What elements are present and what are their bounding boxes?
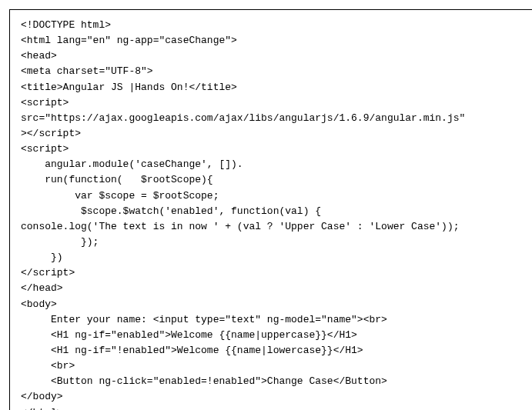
code-block: <!DOCTYPE html> <html lang="en" ng-app="… — [9, 9, 532, 410]
code-text: <!DOCTYPE html> <html lang="en" ng-app="… — [21, 19, 465, 410]
